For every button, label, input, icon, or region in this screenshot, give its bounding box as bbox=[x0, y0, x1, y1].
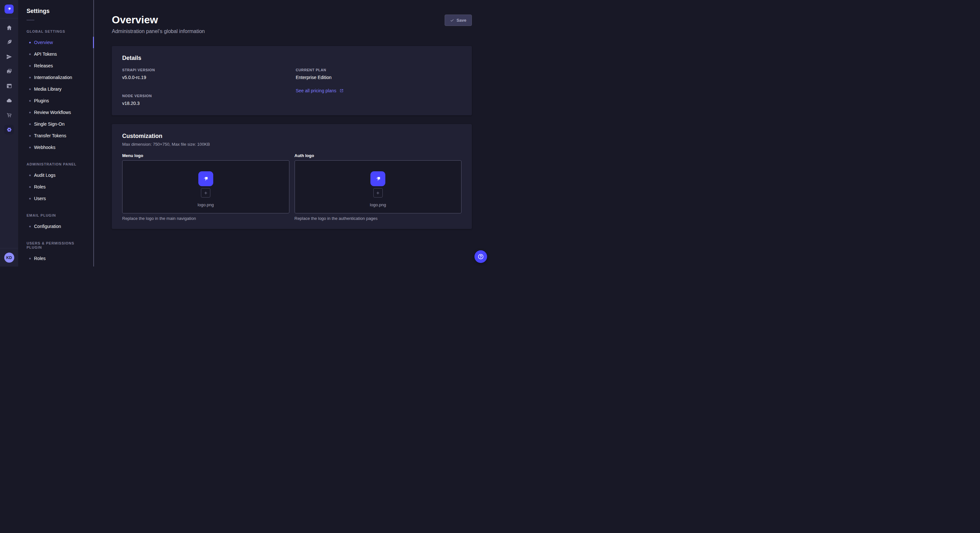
field-label: STRAPI VERSION bbox=[122, 68, 288, 72]
subnav-item-plugins[interactable]: Plugins bbox=[27, 95, 89, 106]
subnav-item-label: Roles bbox=[34, 256, 46, 261]
subnav-item-label: Configuration bbox=[34, 224, 61, 229]
help-button[interactable] bbox=[474, 250, 487, 263]
nav-section-global-settings: GLOBAL SETTINGSOverviewAPI TokensRelease… bbox=[27, 27, 89, 153]
nav-section-header: EMAIL PLUGIN bbox=[27, 211, 89, 220]
subnav-item-label: Internationalization bbox=[34, 75, 72, 80]
bullet-icon bbox=[29, 54, 31, 55]
strapi-version-field: STRAPI VERSION v5.0.0-rc.19 bbox=[122, 68, 288, 80]
strapi-logo[interactable] bbox=[5, 5, 14, 14]
bullet-icon bbox=[29, 77, 31, 78]
logo-field-auth-logo: Auth logologo.pngReplace the logo in the… bbox=[294, 153, 462, 221]
subnav-item-single-sign-on[interactable]: Single Sign-On bbox=[27, 118, 89, 130]
nav-section-header: GLOBAL SETTINGS bbox=[27, 27, 89, 36]
details-card: Details STRAPI VERSION v5.0.0-rc.19 NODE… bbox=[112, 46, 472, 115]
logo-file-name: logo.png bbox=[370, 202, 386, 208]
logo-upload-box[interactable]: logo.png bbox=[294, 160, 462, 213]
save-button[interactable]: Save bbox=[445, 14, 472, 26]
page-title: Overview bbox=[112, 14, 205, 26]
subnav-item-overview[interactable]: Overview bbox=[27, 36, 89, 48]
customization-card-subtitle: Max dimension: 750×750, Max file size: 1… bbox=[122, 142, 461, 147]
field-label: CURRENT PLAN bbox=[296, 68, 462, 72]
check-icon bbox=[450, 19, 454, 22]
subnav-item-label: API Tokens bbox=[34, 51, 57, 57]
bullet-icon bbox=[29, 135, 31, 136]
cloud-icon[interactable] bbox=[4, 95, 14, 105]
field-label: NODE VERSION bbox=[122, 94, 288, 98]
field-value: v5.0.0-rc.19 bbox=[122, 75, 288, 80]
logo-upload-box[interactable]: logo.png bbox=[122, 160, 290, 213]
bullet-icon bbox=[29, 198, 31, 200]
subnav-item-label: Transfer Tokens bbox=[34, 133, 67, 138]
rail-nav bbox=[4, 23, 14, 134]
layout-icon[interactable] bbox=[4, 81, 14, 90]
subnav-item-transfer-tokens[interactable]: Transfer Tokens bbox=[27, 130, 89, 141]
feather-icon[interactable] bbox=[4, 37, 14, 47]
subnav-item-audit-logs[interactable]: Audit Logs bbox=[27, 169, 89, 181]
logo-field-hint: Replace the logo in the main navigation bbox=[122, 216, 290, 221]
customization-card: Customization Max dimension: 750×750, Ma… bbox=[112, 124, 472, 229]
subnav-item-label: Single Sign-On bbox=[34, 121, 65, 127]
subnav-item-label: Media Library bbox=[34, 86, 62, 92]
active-nav-indicator bbox=[93, 36, 94, 48]
main-nav-rail: KD bbox=[0, 0, 18, 266]
main-content: Overview Administration panel’s global i… bbox=[95, 0, 490, 266]
rail-divider bbox=[0, 248, 18, 248]
bullet-icon bbox=[29, 226, 31, 227]
subnav-item-configuration[interactable]: Configuration bbox=[27, 220, 89, 232]
field-value: Enterprise Edition bbox=[296, 75, 462, 80]
pricing-plans-link-label: See all pricing plans bbox=[296, 88, 336, 93]
subnav-title-divider bbox=[27, 20, 34, 21]
logo-file-name: logo.png bbox=[198, 202, 214, 208]
details-right-column: CURRENT PLAN Enterprise Edition See all … bbox=[296, 68, 462, 106]
add-logo-button[interactable] bbox=[373, 188, 383, 198]
subnav-item-roles[interactable]: Roles bbox=[27, 181, 89, 193]
page-header: Overview Administration panel’s global i… bbox=[112, 14, 472, 35]
add-logo-button[interactable] bbox=[201, 188, 210, 198]
home-icon[interactable] bbox=[4, 23, 14, 32]
logo-field-menu-logo: Menu logologo.pngReplace the logo in the… bbox=[122, 153, 290, 221]
page-header-text: Overview Administration panel’s global i… bbox=[112, 14, 205, 35]
bullet-icon bbox=[29, 174, 31, 176]
subnav-item-label: Overview bbox=[34, 40, 53, 45]
subnav-item-review-workflows[interactable]: Review Workflows bbox=[27, 106, 89, 118]
subnav-item-media-library[interactable]: Media Library bbox=[27, 83, 89, 95]
subnav-item-internationalization[interactable]: Internationalization bbox=[27, 71, 89, 83]
bullet-icon bbox=[29, 42, 31, 43]
details-card-title: Details bbox=[122, 54, 461, 62]
pictures-icon[interactable] bbox=[4, 67, 14, 76]
subnav-item-api-tokens[interactable]: API Tokens bbox=[27, 48, 89, 60]
nav-section-users-permissions-plugin: USERS & PERMISSIONS PLUGINRolesProviders bbox=[27, 239, 89, 266]
rail-bottom: KD bbox=[0, 248, 18, 266]
subnav-item-label: Audit Logs bbox=[34, 173, 56, 178]
save-button-label: Save bbox=[457, 18, 466, 23]
bullet-icon bbox=[29, 89, 31, 90]
bullet-icon bbox=[29, 112, 31, 113]
gear-icon[interactable] bbox=[4, 125, 14, 134]
avatar[interactable]: KD bbox=[4, 252, 14, 263]
subnav-title: Settings bbox=[27, 8, 89, 14]
node-version-field: NODE VERSION v18.20.3 bbox=[122, 94, 288, 106]
details-left-column: STRAPI VERSION v5.0.0-rc.19 NODE VERSION… bbox=[122, 68, 288, 106]
field-value: v18.20.3 bbox=[122, 100, 288, 106]
strapi-logo-preview bbox=[371, 171, 385, 186]
logo-field-hint: Replace the logo in the authentication p… bbox=[294, 216, 462, 221]
subnav-item-providers[interactable]: Providers bbox=[27, 264, 89, 266]
pricing-plans-link[interactable]: See all pricing plans bbox=[296, 88, 344, 93]
subnav-item-releases[interactable]: Releases bbox=[27, 60, 89, 71]
subnav-item-users[interactable]: Users bbox=[27, 193, 89, 204]
bullet-icon bbox=[29, 65, 31, 67]
rail-divider bbox=[0, 18, 18, 19]
subnav-item-label: Review Workflows bbox=[34, 110, 71, 115]
plus-icon bbox=[204, 191, 208, 195]
bullet-icon bbox=[29, 100, 31, 102]
paper-plane-icon[interactable] bbox=[4, 52, 14, 62]
bullet-icon bbox=[29, 124, 31, 125]
subnav-item-webhooks[interactable]: Webhooks bbox=[27, 141, 89, 153]
logo-field-label: Menu logo bbox=[122, 153, 290, 159]
bullet-icon bbox=[29, 258, 31, 259]
current-plan-field: CURRENT PLAN Enterprise Edition bbox=[296, 68, 462, 80]
cart-icon[interactable] bbox=[4, 110, 14, 120]
subnav-item-roles[interactable]: Roles bbox=[27, 252, 89, 264]
customization-card-title: Customization bbox=[122, 132, 461, 140]
